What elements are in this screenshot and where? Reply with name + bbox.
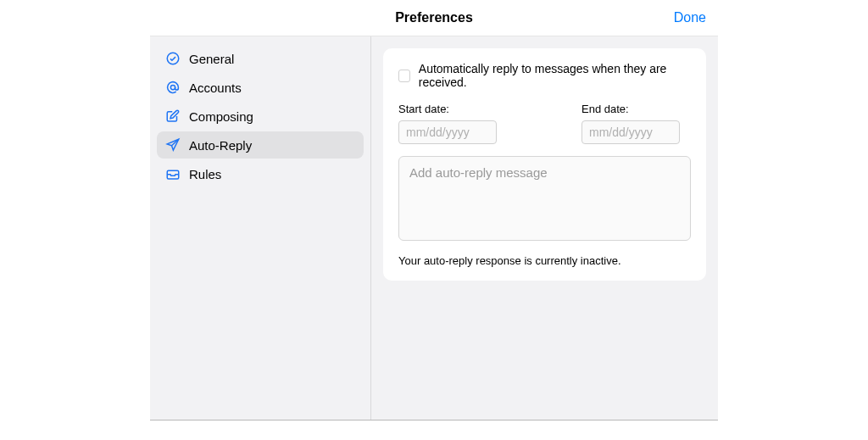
checkmark-circle-icon	[165, 51, 181, 66]
at-icon	[165, 80, 181, 95]
main-panel: Automatically reply to messages when the…	[371, 36, 718, 420]
sidebar-item-rules[interactable]: Rules	[157, 160, 364, 187]
auto-reply-checkbox-label: Automatically reply to messages when the…	[419, 62, 691, 89]
svg-point-0	[167, 53, 179, 64]
sidebar-item-general[interactable]: General	[157, 45, 364, 72]
header: Preferences Done	[150, 0, 718, 36]
content: General Accounts Compo	[150, 36, 718, 420]
sidebar-item-label: Rules	[189, 167, 221, 181]
date-row: Start date: End date:	[398, 103, 691, 144]
tray-rules-icon	[165, 166, 181, 181]
auto-reply-checkbox-row: Automatically reply to messages when the…	[398, 62, 691, 89]
sidebar-item-label: Accounts	[189, 81, 242, 95]
auto-reply-card: Automatically reply to messages when the…	[383, 48, 706, 281]
compose-icon	[165, 109, 181, 124]
page-title: Preferences	[395, 10, 473, 25]
sidebar-item-label: Composing	[189, 109, 253, 124]
end-date-label: End date:	[581, 103, 680, 115]
auto-reply-checkbox[interactable]	[398, 70, 410, 82]
auto-reply-message-input[interactable]	[398, 156, 691, 241]
done-button[interactable]: Done	[674, 10, 706, 25]
sidebar-item-label: Auto-Reply	[189, 138, 252, 153]
end-date-input[interactable]	[581, 120, 680, 144]
sidebar-item-label: General	[189, 52, 234, 66]
svg-point-1	[170, 85, 175, 89]
airplane-icon	[165, 137, 181, 153]
auto-reply-status-text: Your auto-reply response is currently in…	[398, 254, 691, 267]
sidebar: General Accounts Compo	[150, 36, 371, 420]
start-date-input[interactable]	[398, 120, 497, 144]
sidebar-item-composing[interactable]: Composing	[157, 103, 364, 130]
sidebar-item-accounts[interactable]: Accounts	[157, 74, 364, 101]
sidebar-item-auto-reply[interactable]: Auto-Reply	[157, 131, 364, 159]
preferences-window: Preferences Done General	[150, 0, 718, 421]
start-date-group: Start date:	[398, 103, 497, 144]
end-date-group: End date:	[581, 103, 680, 144]
start-date-label: Start date:	[398, 103, 497, 115]
